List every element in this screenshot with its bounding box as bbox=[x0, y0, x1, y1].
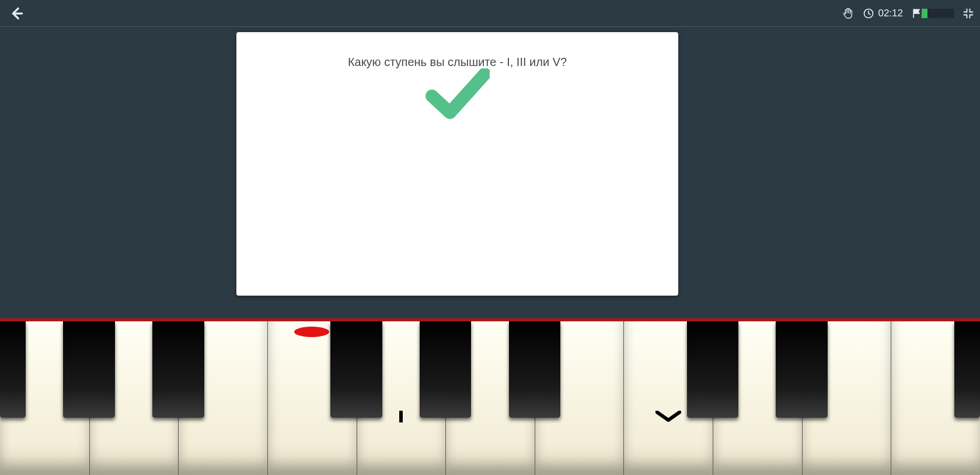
fullscreen-exit-button[interactable] bbox=[962, 8, 974, 19]
degree-marker bbox=[397, 411, 404, 425]
piano-black-key[interactable] bbox=[509, 321, 561, 418]
question-text: Какую ступень вы слышите - I, III или V? bbox=[236, 56, 678, 69]
middle-c-marker bbox=[294, 327, 329, 337]
piano-black-key[interactable] bbox=[954, 321, 980, 418]
timer-display: 02:12 bbox=[863, 8, 903, 19]
arrow-left-icon bbox=[9, 6, 25, 21]
compress-icon bbox=[962, 8, 974, 19]
piano-black-key[interactable] bbox=[0, 321, 26, 418]
progress-bar-fill bbox=[922, 9, 927, 18]
piano-black-key[interactable] bbox=[152, 321, 204, 418]
checkmark-icon bbox=[426, 68, 490, 121]
progress-bar bbox=[922, 9, 954, 18]
flag-icon bbox=[911, 8, 923, 19]
clock-icon bbox=[863, 8, 874, 19]
hand-raise-button[interactable] bbox=[842, 7, 855, 20]
piano-keyboard bbox=[0, 318, 980, 475]
piano-black-key[interactable] bbox=[776, 321, 828, 418]
piano-black-key[interactable] bbox=[330, 321, 382, 418]
hand-icon bbox=[842, 7, 855, 20]
top-right-group: 02:12 bbox=[842, 0, 974, 26]
question-card: Какую ступень вы слышите - I, III или V? bbox=[236, 32, 678, 296]
svg-rect-2 bbox=[399, 411, 403, 422]
piano-black-key[interactable] bbox=[687, 321, 739, 418]
piano-black-key[interactable] bbox=[63, 321, 115, 418]
degree-marker bbox=[655, 411, 681, 425]
timer-text: 02:12 bbox=[878, 8, 903, 19]
progress-indicator bbox=[911, 8, 954, 19]
piano-black-key[interactable] bbox=[420, 321, 472, 418]
top-bar: 02:12 bbox=[0, 0, 980, 27]
back-button[interactable] bbox=[9, 6, 25, 21]
